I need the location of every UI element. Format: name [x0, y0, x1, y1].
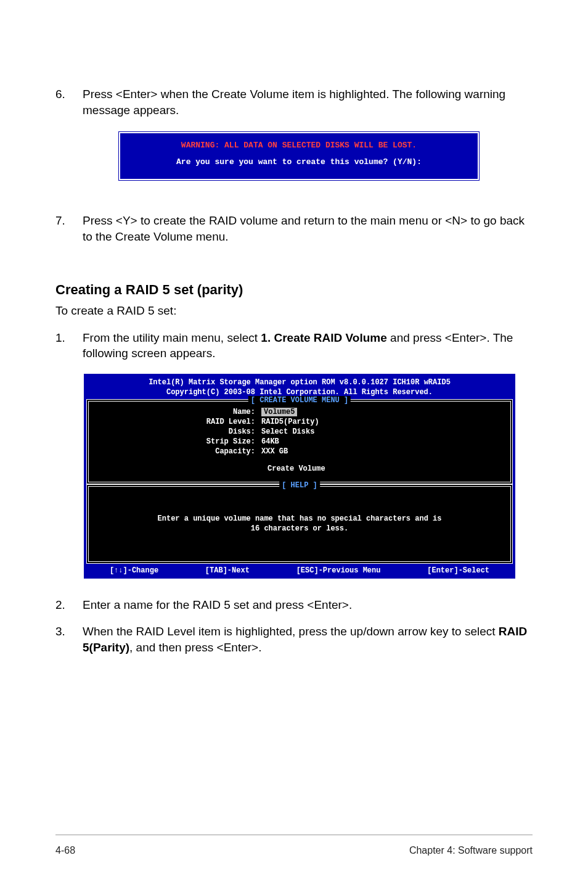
create-volume-panel: [ CREATE VOLUME MENU ] Name: Volume5 RAI…: [86, 399, 513, 484]
label-capacity: Capacity:: [89, 447, 261, 456]
step-3-text-b: , and then press <Enter>.: [129, 641, 261, 654]
help-line1: Enter a unique volume name that has no s…: [95, 514, 504, 524]
step-1-text-a: From the utility main menu, select: [83, 331, 261, 344]
subheading-raid5: Creating a RAID 5 set (parity): [55, 282, 533, 298]
row-disks: Disks: Select Disks: [89, 427, 510, 437]
warning-headline: WARNING: ALL DATA ON SELECTED DISKS WILL…: [133, 141, 465, 150]
value-disks[interactable]: Select Disks: [261, 427, 510, 436]
bios-header-line1: Intel(R) Matrix Storage Manager option R…: [84, 377, 515, 387]
footer-change: [↑↓]-Change: [110, 566, 158, 575]
step-6-text: Press <Enter> when the Create Volume ite…: [83, 86, 533, 118]
bios-screen: Intel(R) Matrix Storage Manager option R…: [84, 374, 515, 579]
step-3: 3. When the RAID Level item is highlight…: [55, 624, 533, 655]
step-2-number: 2.: [55, 597, 83, 613]
step-7: 7. Press <Y> to create the RAID volume a…: [55, 213, 533, 244]
step-6: 6. Press <Enter> when the Create Volume …: [55, 86, 533, 118]
value-raid-level[interactable]: RAID5(Parity): [261, 418, 510, 426]
footer-prev: [ESC]-Previous Menu: [296, 566, 381, 575]
create-volume-action[interactable]: Create Volume: [89, 457, 510, 482]
label-disks: Disks:: [89, 427, 261, 436]
help-panel: [ HELP ] Enter a unique volume name that…: [86, 484, 513, 563]
step-3-text: When the RAID Level item is highlighted,…: [83, 624, 533, 655]
help-title: [ HELP ]: [279, 481, 320, 490]
row-capacity: Capacity: XXX GB: [89, 447, 510, 457]
footer-select: [Enter]-Select: [427, 566, 489, 575]
row-strip-size: Strip Size: 64KB: [89, 437, 510, 447]
footer-next: [TAB]-Next: [205, 566, 250, 575]
create-volume-title: [ CREATE VOLUME MENU ]: [248, 396, 351, 405]
value-capacity[interactable]: XXX GB: [261, 447, 510, 456]
value-name[interactable]: Volume5: [261, 408, 297, 416]
bios-footer: [↑↓]-Change [TAB]-Next [ESC]-Previous Me…: [86, 564, 513, 579]
row-raid-level: RAID Level: RAID5(Parity): [89, 418, 510, 427]
label-strip-size: Strip Size:: [89, 437, 261, 446]
step-1-text: From the utility main menu, select 1. Cr…: [83, 330, 533, 361]
value-strip-size[interactable]: 64KB: [261, 437, 510, 446]
step-1: 1. From the utility main menu, select 1.…: [55, 330, 533, 361]
step-2-text: Enter a name for the RAID 5 set and pres…: [83, 597, 533, 613]
step-7-number: 7.: [55, 213, 83, 244]
warning-prompt: Are you sure you want to create this vol…: [133, 157, 465, 167]
row-name: Name: Volume5: [89, 408, 510, 418]
step-2: 2. Enter a name for the RAID 5 set and p…: [55, 597, 533, 613]
label-raid-level: RAID Level:: [89, 418, 261, 426]
warning-dialog: WARNING: ALL DATA ON SELECTED DISKS WILL…: [117, 130, 481, 182]
help-text: Enter a unique volume name that has no s…: [89, 493, 510, 561]
step-1-number: 1.: [55, 330, 83, 361]
label-name: Name:: [89, 408, 261, 416]
step-6-number: 6.: [55, 86, 83, 118]
intro-text: To create a RAID 5 set:: [55, 304, 533, 318]
help-line2: 16 characters or less.: [95, 524, 504, 534]
step-7-text: Press <Y> to create the RAID volume and …: [83, 213, 533, 244]
step-3-text-a: When the RAID Level item is highlighted,…: [83, 625, 499, 638]
step-3-number: 3.: [55, 624, 83, 655]
step-1-bold: 1. Create RAID Volume: [261, 331, 386, 344]
